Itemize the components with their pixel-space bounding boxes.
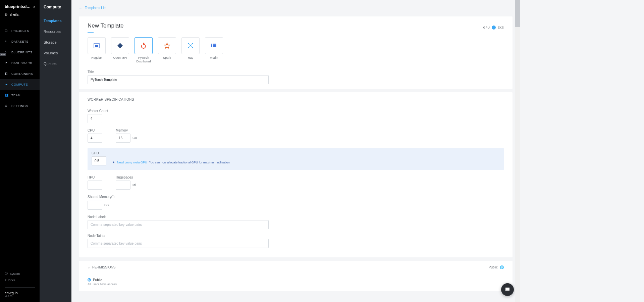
svg-rect-14 [211,44,212,45]
shared-memory-unit: GB [104,203,109,207]
tile-openmpi[interactable]: Open MPI [111,37,129,60]
svg-rect-21 [215,45,216,46]
node-labels-label: Node Labels [88,215,504,219]
nav-system[interactable]: ⓘSystem [5,270,35,277]
cpu-input[interactable] [88,134,102,143]
memory-unit: GB [132,136,137,140]
tile-spark[interactable]: Spark [158,37,176,60]
gpu-block: GPU ✦ New! cnvrg meta GPU You can now al… [88,148,504,170]
user-name: sheila. [10,13,19,16]
pytorch-icon [140,42,147,49]
shared-memory-label: Shared Memoryⓘ [88,195,114,199]
node-labels-input[interactable] [88,220,269,229]
svg-rect-16 [214,44,215,45]
brand: cnvrg.io v4.7.89 [5,287,35,297]
spark-icon [164,42,170,49]
nav-settings[interactable]: ⚙SETTINGS [0,101,40,111]
scroll-thumb[interactable] [515,0,520,27]
workspace-switcher[interactable]: blueprintsd… ‹ [5,4,35,9]
chat-icon [504,287,511,293]
current-user[interactable]: ⚙ sheila. [5,13,35,16]
svg-rect-25 [215,46,216,47]
nav-blueprints[interactable]: ⌂BLUEPRINTSBETA [0,47,40,58]
gear-icon: ⚙ [5,13,8,16]
containers-icon: ◧ [5,72,9,76]
gpu-input[interactable] [92,156,106,165]
dashboard-icon: ◔ [5,61,9,65]
svg-marker-2 [117,43,123,48]
svg-line-12 [189,46,191,48]
divider [5,22,35,22]
compute-icon: ☁ [5,83,9,87]
page-scrollbar[interactable] [515,0,520,302]
hugepages-input[interactable] [116,181,130,190]
title-input[interactable] [88,75,269,84]
gpu-tip: ✦ New! cnvrg meta GPU You can now alloca… [110,159,232,165]
worker-count-input[interactable] [88,114,102,123]
permission-public-desc: All users have access [88,283,504,286]
tile-ray[interactable]: Ray [181,37,200,60]
beta-badge: BETA [0,53,6,56]
svg-rect-18 [211,45,212,46]
team-icon: 👥 [5,93,9,97]
shared-memory-input[interactable] [88,201,102,210]
nav-dashboard[interactable]: ◔DASHBOARD [0,58,40,68]
tile-pytorch[interactable]: PyTorch Distributed [135,37,153,63]
memory-label: Memory [116,129,137,132]
primary-sidebar: blueprintsd… ‹ ⚙ sheila. ▢PROJECTS ≡DATA… [0,0,40,302]
datasets-icon: ≡ [5,40,9,44]
ray-icon [187,42,194,49]
nav-compute[interactable]: ☁COMPUTE [0,79,40,90]
secondary-sidebar: Compute Templates Resources Storage Volu… [40,0,71,302]
gpu-tip-link[interactable]: New! cnvrg meta GPU [117,161,147,164]
projects-icon: ▢ [5,29,9,33]
svg-rect-19 [213,45,214,46]
node-taints-input[interactable] [88,239,269,248]
worker-count-label: Worker Count [88,109,108,113]
hpu-input[interactable] [88,181,102,190]
regular-icon [93,42,100,49]
back-link[interactable]: ← Templates List [71,0,520,13]
chat-launcher[interactable] [501,283,514,296]
svg-marker-4 [164,43,170,48]
openmpi-icon [117,42,123,49]
secondary-title: Compute [40,0,71,15]
tile-modin[interactable]: Modin [205,37,223,60]
svg-rect-1 [95,45,98,47]
info-icon: ⓘ [111,195,114,199]
main-content: ← Templates List New Template GPU EKS Re… [71,0,520,302]
worker-card: WORKER SPECIFICATIONS Worker Count CPU M… [79,92,513,257]
nav-projects[interactable]: ▢PROJECTS [0,26,40,36]
permissions-title: PERMISSIONS [92,265,115,269]
subnav-templates[interactable]: Templates [40,15,71,26]
nav-containers[interactable]: ◧CONTAINERS [0,68,40,79]
subnav-resources[interactable]: Resources [40,26,71,37]
hugepages-unit: Mi [132,183,136,187]
svg-line-11 [191,44,193,46]
svg-line-13 [191,46,193,48]
cluster-dot-icon [492,26,496,30]
nav-team[interactable]: 👥TEAM [0,90,40,101]
worker-section-title: WORKER SPECIFICATIONS [79,92,513,105]
subnav-queues[interactable]: Queues [40,58,71,69]
cluster-badge: GPU EKS [483,26,504,30]
title-label: Title [88,70,504,74]
permissions-right-label: Public [489,265,498,269]
radio-checked-icon [88,278,91,282]
nav-docs[interactable]: ?Docs [5,277,35,283]
cpu-label: CPU [88,129,102,132]
svg-rect-20 [214,45,215,46]
chevron-down-icon[interactable]: ⌄ [88,265,90,269]
node-taints-label: Node Taints [88,234,504,238]
nav-datasets[interactable]: ≡DATASETS [0,36,40,47]
svg-rect-22 [211,46,212,47]
memory-input[interactable] [116,134,130,143]
permission-public-option[interactable]: Public [88,278,504,282]
template-type-tiles: Regular Open MPI PyTorch Distributed Spa… [79,37,513,70]
subnav-volumes[interactable]: Volumes [40,48,71,58]
subnav-storage[interactable]: Storage [40,37,71,48]
gpu-label: GPU [92,151,106,155]
system-icon: ⓘ [5,271,8,276]
tile-regular[interactable]: Regular [88,37,106,60]
workspace-name: blueprintsd… [5,4,31,9]
